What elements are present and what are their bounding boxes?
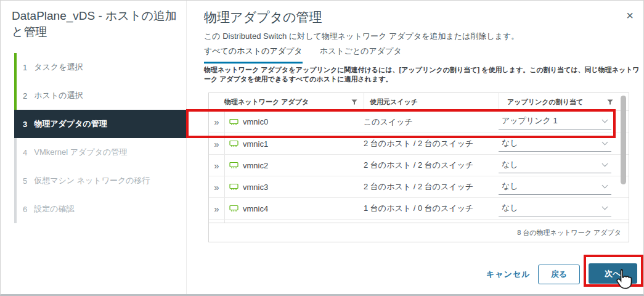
step-number: 6: [23, 205, 27, 214]
cancel-button[interactable]: キャンセル: [486, 269, 531, 280]
nic-icon: [229, 118, 238, 126]
wizard-sidebar: DataPlane_vDS - ホストの追加と管理 1 タスクを選択 2 ホスト…: [1, 1, 187, 294]
nic-icon: [229, 162, 238, 169]
chevron-down-icon: [602, 117, 608, 123]
step-label: 仮想マシン ネットワークの移行: [34, 175, 150, 186]
filter-icon[interactable]: [351, 99, 357, 105]
next-button[interactable]: 次へ: [589, 263, 637, 284]
uplink-assignment-note: 物理ネットワーク アダプタをアップリンクに関連付けるには、[アップリンクの割り当…: [204, 65, 642, 84]
table-row-vmnic3: » vmnic3 2 台のホスト / 2 台のスイッチ なし: [209, 176, 629, 197]
in-use-by-switch: 2 台のホスト / 2 台のスイッチ: [364, 138, 473, 149]
step-label: 設定の確認: [34, 204, 74, 215]
nic-icon: [229, 140, 238, 147]
column-header-label: 使用元スイッチ: [370, 97, 418, 107]
back-button[interactable]: 戻る: [538, 265, 580, 284]
column-header-label: アップリンクの割り当て: [507, 97, 583, 107]
step-number: 3: [23, 120, 27, 129]
table-row-vmnic1: » vmnic1 2 台のホスト / 2 台のスイッチ なし: [209, 133, 629, 154]
expand-row-icon[interactable]: »: [214, 183, 219, 192]
uplink-assignment-dropdown[interactable]: なし: [499, 179, 611, 195]
column-header-uplink: アップリンクの割り当て: [499, 93, 619, 110]
step-number: 1: [23, 63, 27, 72]
expand-row-icon[interactable]: »: [214, 204, 219, 213]
adapter-name: vmnic2: [243, 161, 268, 170]
expand-row-icon[interactable]: »: [214, 161, 219, 170]
uplink-value: なし: [502, 138, 518, 149]
sidebar-step-migrate-vm-networking: 5 仮想マシン ネットワークの移行: [14, 166, 186, 195]
nic-icon: [229, 205, 238, 212]
step-number: 5: [23, 176, 27, 186]
uplink-assignment-dropdown[interactable]: なし: [499, 158, 611, 173]
step-label: タスクを選択: [34, 62, 83, 73]
close-icon[interactable]: ×: [626, 9, 634, 22]
in-use-by-switch: 2 台のホスト / 2 台のスイッチ: [364, 181, 473, 192]
step-label: VMkernel アダプタの管理: [34, 147, 127, 158]
expand-column-header: [209, 93, 224, 110]
chevron-down-icon: [602, 204, 608, 210]
table-footer: 8 台の物理ネットワーク アダプタ: [209, 223, 629, 242]
in-use-by-switch: 1 台のホスト / 0 台のスイッチ: [364, 203, 473, 214]
sidebar-step-select-hosts[interactable]: 2 ホストの選択: [14, 81, 186, 110]
step-label: ホストの選択: [34, 90, 83, 101]
step-number: 2: [23, 91, 27, 101]
adapter-name: vmnic0: [243, 117, 268, 126]
page-description: この Distributed Switch に対して物理ネットワーク アダプタを…: [204, 31, 519, 42]
expand-row-icon[interactable]: »: [214, 139, 219, 149]
table-row-vmnic0: » vmnic0 このスイッチ アップリンク 1: [209, 111, 629, 133]
uplink-assignment-dropdown[interactable]: アップリンク 1: [499, 114, 611, 130]
filter-icon[interactable]: [607, 99, 613, 105]
wizard-title: DataPlane_vDS - ホストの追加と管理: [12, 8, 181, 40]
adapter-count-label: 8 台の物理ネットワーク アダプタ: [517, 228, 621, 237]
sidebar-step-manage-physical-adapters[interactable]: 3 物理アダプタの管理: [14, 110, 186, 138]
table-scrollbar-thumb[interactable]: [621, 96, 626, 184]
uplink-value: なし: [502, 159, 518, 170]
uplink-value: アップリンク 1: [502, 115, 558, 126]
uplink-assignment-dropdown[interactable]: なし: [499, 136, 611, 152]
column-header-adapter: 物理ネットワーク アダプタ: [224, 93, 364, 110]
column-header-label: 物理ネットワーク アダプタ: [224, 97, 309, 107]
uplink-value: なし: [502, 181, 518, 192]
uplink-value: なし: [502, 202, 518, 213]
table-row-vmnic4: » vmnic4 1 台のホスト / 0 台のスイッチ なし: [209, 197, 629, 219]
tab-adapters-on-all-hosts[interactable]: すべてのホストのアダプタ: [204, 46, 303, 64]
adapter-name: vmnic1: [243, 139, 268, 149]
in-use-by-switch: 2 台のホスト / 2 台のスイッチ: [364, 160, 473, 171]
step-number: 4: [23, 148, 27, 157]
add-and-manage-hosts-dialog: DataPlane_vDS - ホストの追加と管理 1 タスクを選択 2 ホスト…: [0, 0, 644, 296]
expand-row-icon[interactable]: »: [214, 117, 219, 126]
table-row-vmnic2: » vmnic2 2 台のホスト / 2 台のスイッチ なし: [209, 154, 629, 176]
nic-icon: [229, 183, 238, 191]
chevron-down-icon: [602, 160, 608, 166]
chevron-down-icon: [602, 139, 608, 145]
uplink-assignment-dropdown[interactable]: なし: [499, 201, 611, 216]
wizard-steps: 1 タスクを選択 2 ホストの選択 3 物理アダプタの管理 4 VMkernel…: [1, 53, 186, 223]
sidebar-step-ready-to-complete: 6 設定の確認: [14, 195, 186, 223]
wizard-content-panel: × 物理アダプタの管理 この Distributed Switch に対して物理…: [187, 1, 643, 294]
table-header-row: 物理ネットワーク アダプタ 使用元スイッチ アップリンクの割り当て: [209, 93, 629, 111]
in-use-by-switch: このスイッチ: [364, 117, 413, 128]
adapter-name: vmnic4: [243, 204, 268, 213]
step-label: 物理アダプタの管理: [34, 118, 107, 130]
adapter-name: vmnic3: [243, 183, 268, 192]
physical-adapters-table: 物理ネットワーク アダプタ 使用元スイッチ アップリンクの割り当て »: [208, 92, 629, 242]
column-header-switch: 使用元スイッチ: [364, 93, 496, 110]
sidebar-step-manage-vmkernel-adapters: 4 VMkernel アダプタの管理: [14, 138, 186, 166]
chevron-down-icon: [602, 182, 608, 188]
adapter-tabs: すべてのホストのアダプタ ホストごとのアダプタ: [204, 46, 402, 64]
tab-adapters-per-host[interactable]: ホストごとのアダプタ: [320, 46, 402, 64]
page-title: 物理アダプタの管理: [204, 9, 322, 26]
sidebar-step-select-tasks[interactable]: 1 タスクを選択: [14, 53, 186, 81]
